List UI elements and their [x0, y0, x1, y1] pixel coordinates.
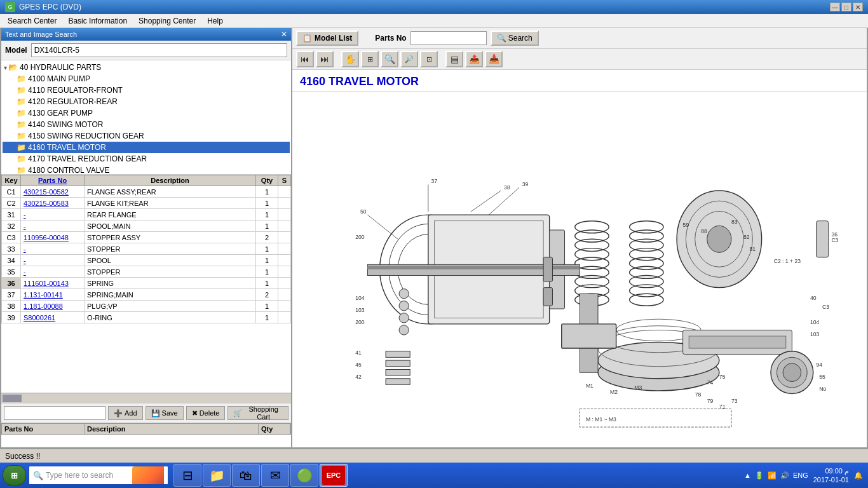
first-button[interactable]: ⏮: [296, 51, 314, 67]
expand-icon[interactable]: ▾: [4, 64, 7, 71]
tree-item-0[interactable]: 📁4100 MAIN PUMP: [3, 73, 290, 85]
table-row[interactable]: 39S8000261O-RING1: [2, 312, 291, 323]
table-row[interactable]: 36111601-00143SPRING1: [2, 278, 291, 289]
tray-expand[interactable]: ▲: [744, 471, 751, 479]
bottom-parts-header: Parts No Description Qty: [1, 423, 291, 435]
shopping-cart-button[interactable]: 🛒 Shopping Cart: [227, 406, 288, 420]
search-box-icon: 🔍: [33, 471, 43, 480]
svg-text:73: 73: [731, 398, 738, 404]
h-scrollbar[interactable]: [1, 393, 291, 403]
taskbar-search-box[interactable]: 🔍 Type here to search: [29, 466, 168, 485]
svg-point-39: [399, 301, 409, 311]
svg-text:88: 88: [701, 228, 707, 234]
svg-rect-82: [386, 360, 410, 367]
taskbar-mail[interactable]: ✉: [261, 464, 289, 487]
dialog-title: Text and Image Search: [5, 30, 77, 38]
table-row[interactable]: 31-REAR FLANGE1: [2, 209, 291, 220]
svg-text:M1: M1: [586, 383, 593, 389]
parts-table: Key Parts No Description Qty S C1430215-…: [1, 175, 291, 323]
menu-search-center[interactable]: Search Center: [3, 15, 62, 27]
last-button[interactable]: ⏭: [316, 51, 334, 67]
minimize-button[interactable]: —: [830, 3, 840, 11]
start-button[interactable]: ⊞: [3, 465, 26, 485]
system-tray: ▲ 🔋 📶 🔊 ENG: [744, 471, 808, 480]
parts-no-search-input[interactable]: [410, 31, 487, 45]
table-row[interactable]: 32-SPOOL;MAIN1: [2, 220, 291, 232]
bottom-parts-row: [1, 435, 291, 447]
zoom-out-button[interactable]: 🔎: [400, 51, 418, 67]
export2-button[interactable]: 📥: [485, 51, 503, 67]
taskbar-app-green[interactable]: 🟢: [290, 464, 318, 487]
maximize-button[interactable]: □: [841, 3, 851, 11]
tree-item-6[interactable]: 📁4160 TRAVEL MOTOR: [3, 142, 290, 153]
table-row[interactable]: 381.181-00088PLUG;VP1: [2, 301, 291, 312]
table-row[interactable]: 371.131-00141SPRING;MAIN2: [2, 289, 291, 301]
table-row[interactable]: 33-STOPPER1: [2, 243, 291, 255]
save-button[interactable]: 💾 Save: [146, 406, 184, 420]
system-clock[interactable]: 09:00 م 2017-01-01: [813, 466, 849, 485]
menu-basic-info[interactable]: Basic Information: [63, 15, 132, 27]
menu-bar: Search Center Basic Information Shopping…: [0, 14, 868, 28]
model-label: Model: [5, 46, 27, 55]
part-number-input[interactable]: [4, 406, 105, 420]
svg-rect-71: [689, 336, 786, 348]
svg-rect-43: [543, 288, 552, 306]
tree-root-label: 40 HYDRAULIC PARTS: [20, 63, 101, 72]
nav-buttons: ⏮ ⏭ ✋ ⊞ 🔍 🔎 ⊡ ▤ 📤 📥: [292, 49, 867, 70]
taskbar-right: ▲ 🔋 📶 🔊 ENG 09:00 م 2017-01-01 🔔: [744, 466, 865, 485]
hand-tool-button[interactable]: ✋: [341, 51, 359, 67]
svg-text:42: 42: [355, 374, 362, 380]
tree-item-4[interactable]: 📁4140 SWING MOTOR: [3, 119, 290, 130]
add-icon: ➕: [114, 409, 123, 417]
bottom-col-desc: Description: [85, 424, 259, 434]
tree-item-8[interactable]: 📁4180 CONTROL VALVE: [3, 165, 290, 175]
menu-help[interactable]: Help: [202, 15, 228, 27]
taskbar-task-view[interactable]: ⊟: [173, 464, 201, 487]
tray-volume: 🔊: [780, 471, 789, 480]
zoom-fit-button[interactable]: ⊡: [420, 51, 438, 67]
select-area-button[interactable]: ⊞: [361, 51, 379, 67]
list-view-button[interactable]: ▤: [445, 51, 463, 67]
delete-button[interactable]: ✖ Delete: [186, 406, 226, 420]
svg-text:41: 41: [355, 349, 362, 356]
status-text: Success !!: [5, 452, 40, 461]
svg-text:104: 104: [355, 295, 365, 301]
tree-item-7[interactable]: 📁4170 TRAVEL REDUCTION GEAR: [3, 153, 290, 165]
taskbar-epc[interactable]: EPC: [320, 464, 348, 487]
export1-button[interactable]: 📤: [465, 51, 483, 67]
tree-item-1[interactable]: 📁4110 REGULATOR-FRONT: [3, 85, 290, 96]
tree-item-2[interactable]: 📁4120 REGULATOR-REAR: [3, 96, 290, 107]
dialog-close-button[interactable]: ✕: [281, 30, 287, 39]
menu-shopping-center[interactable]: Shopping Center: [133, 15, 201, 27]
table-row[interactable]: 35-STOPPER1: [2, 266, 291, 278]
zoom-in-button[interactable]: 🔍: [381, 51, 398, 67]
tree-item-3[interactable]: 📁4130 GEAR PUMP: [3, 107, 290, 119]
svg-text:59: 59: [682, 222, 689, 228]
table-row[interactable]: C2430215-00583FLANGE KIT;REAR1: [2, 198, 291, 209]
tray-lang[interactable]: ENG: [793, 471, 808, 479]
svg-text:C2 : 1 + 23: C2 : 1 + 23: [773, 258, 800, 264]
svg-text:38: 38: [504, 184, 510, 191]
clock-time: 09:00 م: [813, 466, 849, 475]
model-list-button[interactable]: 📋 Model List: [296, 30, 358, 46]
col-s: S: [278, 175, 291, 186]
search-button[interactable]: 🔍 Search: [491, 30, 539, 46]
svg-text:No: No: [819, 386, 826, 392]
svg-text:200: 200: [355, 234, 365, 240]
table-row[interactable]: 34-SPOOL1: [2, 255, 291, 266]
table-row[interactable]: C1430215-00582FLANGE ASSY;REAR1: [2, 186, 291, 198]
tree-item-5[interactable]: 📁4150 SWING REDUCTION GEAR: [3, 130, 290, 142]
table-row[interactable]: C3110956-00048STOPPER ASSY2: [2, 232, 291, 243]
tree-root[interactable]: ▾ 📂 40 HYDRAULIC PARTS: [3, 62, 290, 73]
taskbar-store[interactable]: 🛍: [232, 464, 260, 487]
model-input[interactable]: [31, 43, 287, 57]
notification-area[interactable]: 🔔: [854, 471, 863, 480]
svg-text:104: 104: [810, 319, 820, 325]
svg-text:55: 55: [819, 374, 825, 380]
search-box-placeholder: Type here to search: [46, 471, 113, 480]
close-button[interactable]: ✕: [853, 3, 863, 11]
table-area[interactable]: Key Parts No Description Qty S C1430215-…: [1, 175, 291, 393]
taskbar-file-explorer[interactable]: 📁: [203, 464, 231, 487]
svg-text:75: 75: [719, 374, 725, 380]
add-button[interactable]: ➕ Add: [108, 406, 143, 420]
